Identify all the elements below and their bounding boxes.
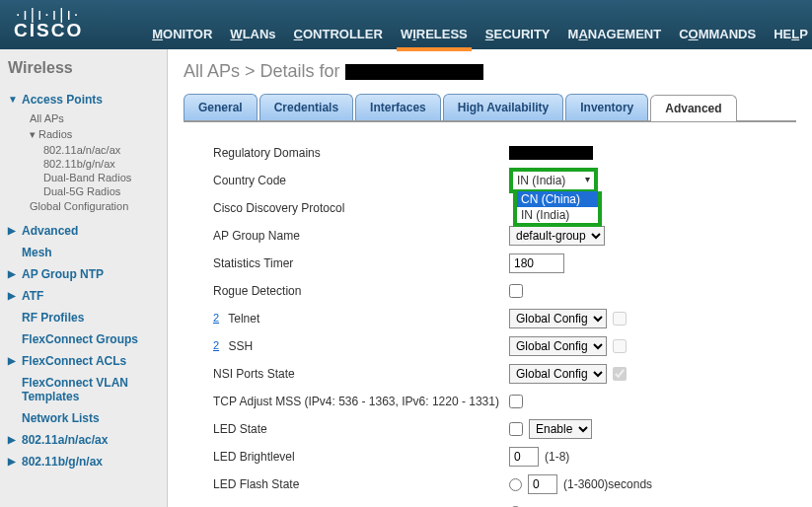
country-selected-value: IN (India) <box>517 174 565 187</box>
sidebar-global-config[interactable]: Global Configuration <box>8 198 159 214</box>
sidebar-radio-80211a[interactable]: 802.11a/n/ac/ax <box>8 143 159 157</box>
redacted-reg-domain <box>509 146 593 160</box>
nav-controller[interactable]: CONTROLLER <box>294 27 383 41</box>
label-rogue: Rogue Detection <box>213 284 509 298</box>
label-ap-group: AP Group Name <box>213 229 509 243</box>
label-ssh: SSH <box>228 339 253 353</box>
tab-high-availability[interactable]: High Availability <box>443 94 563 120</box>
footnote-ref[interactable]: 2 <box>213 339 219 351</box>
country-option-in[interactable]: IN (India) <box>517 207 598 223</box>
label-telnet: Telnet <box>228 312 259 326</box>
led-state-checkbox[interactable] <box>509 422 523 436</box>
main-content: All APs > Details for General Credential… <box>168 49 812 507</box>
redacted-ap-name <box>345 64 483 80</box>
tab-advanced[interactable]: Advanced <box>650 95 736 121</box>
label-reg-domains: Regulatory Domains <box>213 146 509 160</box>
nsi-checkbox <box>613 367 627 381</box>
country-option-cn[interactable]: CN (China) <box>517 191 598 207</box>
ssh-select[interactable]: Global Config <box>509 336 607 356</box>
sidebar-flex-acls[interactable]: ▶FlexConnect ACLs <box>8 350 159 372</box>
chevron-right-icon: ▶ <box>8 355 16 366</box>
nav-help[interactable]: HELP <box>774 27 808 41</box>
tab-strip: General Credentials Interfaces High Avai… <box>184 94 796 122</box>
advanced-form: Regulatory Domains Country Code IN (Indi… <box>184 122 796 507</box>
chevron-down-icon: ▼ <box>8 94 18 105</box>
label-led-bright: LED Brightlevel <box>213 450 509 464</box>
nav-monitor[interactable]: MONITOR <box>152 27 212 41</box>
sidebar-apgroup-ntp[interactable]: ▶AP Group NTP <box>8 263 159 285</box>
led-flash-input[interactable] <box>528 474 557 494</box>
tab-inventory[interactable]: Inventory <box>565 94 648 120</box>
label-led-state: LED State <box>213 422 509 436</box>
footnote-ref[interactable]: 2 <box>213 312 219 324</box>
telnet-checkbox <box>613 312 627 326</box>
tab-credentials[interactable]: Credentials <box>259 94 353 120</box>
cisco-logo: ·ı|ı·ı|ı· CISCO <box>14 10 83 41</box>
sidebar-flex-vlan[interactable]: FlexConnect VLAN Templates <box>8 372 159 407</box>
nav-wlans[interactable]: WLANs <box>230 27 275 41</box>
chevron-right-icon: ▶ <box>8 225 16 236</box>
breadcrumb-text: All APs > Details for <box>184 61 345 81</box>
nsi-select[interactable]: Global Config <box>509 364 607 384</box>
nav-management[interactable]: MANAGEMENT <box>568 27 662 41</box>
ssh-checkbox <box>613 339 627 353</box>
breadcrumb: All APs > Details for <box>184 61 796 82</box>
led-bright-hint: (1-8) <box>545 450 569 464</box>
sidebar-access-points[interactable]: ▼Access Points <box>8 89 159 110</box>
tab-interfaces[interactable]: Interfaces <box>355 94 441 120</box>
label-nsi: NSI Ports State <box>213 367 509 381</box>
chevron-right-icon: ▶ <box>8 268 16 279</box>
sidebar-dual-5g[interactable]: Dual-5G Radios <box>8 184 159 198</box>
country-dropdown-list: CN (China) IN (India) <box>513 191 602 227</box>
sidebar-mesh[interactable]: Mesh <box>8 242 159 263</box>
sidebar: Wireless ▼Access Points All APs ▾ Radios… <box>0 49 168 507</box>
nav-commands[interactable]: COMMANDS <box>679 27 756 41</box>
sidebar-rf-profiles[interactable]: RF Profiles <box>8 307 159 328</box>
country-code-select[interactable]: IN (India)▾ CN (China) IN (India) <box>509 168 598 193</box>
sidebar-80211a[interactable]: ▶802.11a/n/ac/ax <box>8 429 159 451</box>
chevron-right-icon: ▶ <box>8 456 16 467</box>
sidebar-all-aps[interactable]: All APs <box>8 110 159 126</box>
rogue-checkbox[interactable] <box>509 284 523 298</box>
main-nav: MONITOR WLANs CONTROLLER WIRELESS SECURI… <box>152 27 808 41</box>
stats-timer-input[interactable] <box>509 254 564 273</box>
tab-general[interactable]: General <box>184 94 258 120</box>
label-tcp-mss: TCP Adjust MSS (IPv4: 536 - 1363, IPv6: … <box>213 395 509 408</box>
tcp-mss-checkbox[interactable] <box>509 395 523 408</box>
sidebar-advanced[interactable]: ▶Advanced <box>8 220 159 242</box>
cisco-logo-text: CISCO <box>14 20 83 41</box>
led-bright-input[interactable] <box>509 447 539 467</box>
label-stats-timer: Statistics Timer <box>213 256 509 270</box>
sidebar-flex-groups[interactable]: FlexConnect Groups <box>8 328 159 350</box>
led-flash-radio-seconds[interactable] <box>509 478 522 491</box>
cisco-logo-bars: ·ı|ı·ı|ı· <box>16 10 81 20</box>
nav-wireless[interactable]: WIRELESS <box>401 27 468 41</box>
label-country-code: Country Code <box>213 174 509 187</box>
sidebar-network-lists[interactable]: Network Lists <box>8 407 159 429</box>
telnet-select[interactable]: Global Config <box>509 309 607 328</box>
chevron-right-icon: ▶ <box>8 434 16 445</box>
sidebar-radios[interactable]: ▾ Radios <box>8 126 159 143</box>
top-header: ·ı|ı·ı|ı· CISCO MONITOR WLANs CONTROLLER… <box>0 0 812 49</box>
label-cdp: Cisco Discovery Protocol <box>213 201 509 215</box>
sidebar-title: Wireless <box>8 59 159 77</box>
led-state-select[interactable]: Enable <box>529 419 592 439</box>
nav-security[interactable]: SECURITY <box>485 27 551 41</box>
sidebar-dual-band[interactable]: Dual-Band Radios <box>8 171 159 184</box>
sidebar-atf[interactable]: ▶ATF <box>8 285 159 307</box>
label-led-flash: LED Flash State <box>213 477 509 491</box>
chevron-down-icon: ▾ <box>585 174 590 184</box>
chevron-right-icon: ▶ <box>8 290 16 301</box>
sidebar-radio-80211b[interactable]: 802.11b/g/n/ax <box>8 157 159 171</box>
sidebar-80211b[interactable]: ▶802.11b/g/n/ax <box>8 451 159 472</box>
led-flash-hint: (1-3600)seconds <box>563 477 652 491</box>
ap-group-select[interactable]: default-group <box>509 226 605 246</box>
